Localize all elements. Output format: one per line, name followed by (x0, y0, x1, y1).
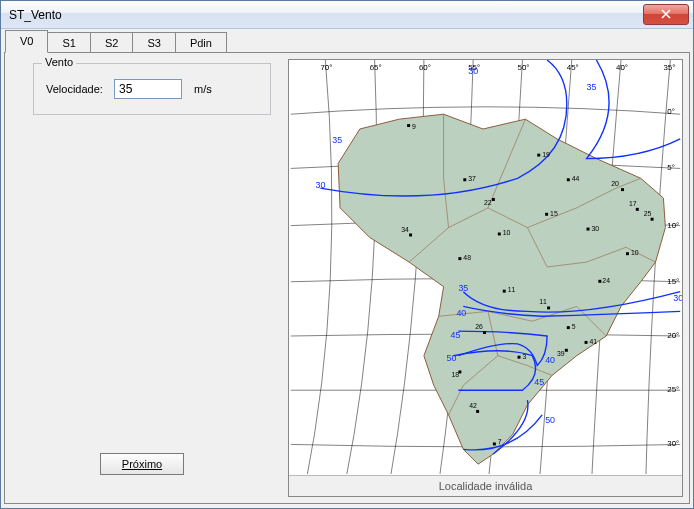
tab-strip: V0 S1 S2 S3 Pdin (1, 31, 693, 53)
svg-rect-16 (409, 233, 412, 236)
vento-groupbox: Vento Velocidade: m/s (33, 63, 271, 115)
lat-label: 10° (667, 221, 679, 230)
lat-label: 20° (667, 331, 679, 340)
svg-text:25: 25 (644, 210, 652, 217)
svg-text:26: 26 (475, 323, 483, 330)
svg-rect-20 (598, 280, 601, 283)
isoline-label: 30 (315, 180, 325, 190)
svg-text:34: 34 (401, 227, 409, 234)
isoline-label: 50 (447, 353, 457, 363)
svg-rect-28 (483, 331, 486, 334)
map-status-bar: Localidade inválida (289, 475, 682, 496)
close-button[interactable] (643, 4, 689, 25)
proximo-button[interactable]: Próximo (100, 453, 184, 475)
svg-text:11: 11 (539, 298, 547, 305)
lat-label: 25° (667, 385, 679, 394)
vento-group-title: Vento (42, 56, 76, 68)
svg-text:44: 44 (572, 175, 580, 182)
svg-rect-14 (458, 257, 461, 260)
svg-rect-46 (537, 154, 540, 157)
isoline-label: 35 (332, 135, 342, 145)
svg-rect-24 (547, 306, 550, 309)
svg-text:30: 30 (591, 225, 599, 232)
lon-label: 45° (567, 63, 579, 72)
svg-text:11: 11 (508, 286, 516, 293)
lon-label: 70° (320, 63, 332, 72)
velocidade-row: Velocidade: m/s (34, 64, 270, 99)
tab-v0[interactable]: V0 (5, 30, 48, 53)
tab-s1[interactable]: S1 (47, 32, 90, 53)
lat-label: 30° (667, 439, 679, 448)
isoline-label: 40 (456, 308, 466, 318)
isoline-label: 35 (587, 82, 597, 92)
svg-text:22: 22 (484, 199, 492, 206)
isoline-label: 30 (673, 294, 682, 304)
lon-label: 60° (419, 63, 431, 72)
lat-label: 15° (667, 277, 679, 286)
svg-text:17: 17 (629, 200, 637, 207)
window-title: ST_Vento (9, 8, 643, 22)
svg-rect-2 (492, 198, 495, 201)
isoline-label: 40 (545, 355, 555, 365)
brazil-isopleth-map-icon: 30 30 30 35 35 35 40 40 45 45 50 50 70° … (289, 60, 682, 474)
svg-rect-32 (476, 410, 479, 413)
close-icon (661, 9, 671, 21)
svg-text:15: 15 (550, 210, 558, 217)
velocidade-unit: m/s (194, 83, 212, 95)
svg-text:48: 48 (463, 254, 471, 261)
svg-rect-0 (407, 124, 410, 127)
svg-rect-12 (651, 218, 654, 221)
isoline-label: 45 (451, 330, 461, 340)
svg-rect-44 (567, 178, 570, 181)
lon-label: 35° (663, 63, 675, 72)
tab-s2[interactable]: S2 (90, 32, 133, 53)
svg-rect-4 (545, 213, 548, 216)
svg-text:7: 7 (498, 438, 502, 445)
svg-text:10: 10 (503, 229, 511, 236)
svg-rect-6 (587, 228, 590, 231)
svg-text:5: 5 (572, 323, 576, 330)
tab-s3[interactable]: S3 (132, 32, 175, 53)
tab-panel-v0: Vento Velocidade: m/s Próximo (4, 52, 690, 504)
svg-rect-26 (567, 326, 570, 329)
svg-text:39: 39 (557, 350, 565, 357)
svg-text:3: 3 (522, 353, 526, 360)
app-window: ST_Vento V0 S1 S2 S3 Pdin Vento Velocida… (0, 0, 694, 509)
svg-text:18: 18 (451, 371, 459, 378)
svg-rect-42 (463, 178, 466, 181)
velocidade-input[interactable] (114, 79, 182, 99)
svg-rect-8 (621, 188, 624, 191)
svg-rect-48 (498, 233, 501, 236)
svg-text:37: 37 (468, 175, 476, 182)
svg-text:20: 20 (611, 180, 619, 187)
svg-text:10: 10 (631, 249, 639, 256)
svg-text:41: 41 (589, 338, 597, 345)
svg-text:19: 19 (542, 151, 550, 158)
velocidade-label: Velocidade: (46, 83, 108, 95)
lon-label: 50° (518, 63, 530, 72)
map-status-text: Localidade inválida (439, 480, 533, 492)
lon-label: 55° (468, 63, 480, 72)
isoline-label: 50 (545, 415, 555, 425)
svg-rect-36 (585, 341, 588, 344)
isoline-label: 35 (458, 283, 468, 293)
lat-label: 5° (667, 163, 675, 172)
title-bar: ST_Vento (1, 1, 693, 29)
lon-label: 40° (616, 63, 628, 72)
svg-rect-38 (565, 349, 568, 352)
lat-label: 0° (667, 107, 675, 116)
svg-text:24: 24 (602, 277, 610, 284)
svg-rect-18 (626, 252, 629, 255)
svg-rect-22 (503, 290, 506, 293)
svg-text:42: 42 (469, 402, 477, 409)
svg-rect-10 (636, 208, 639, 211)
svg-rect-40 (518, 356, 521, 359)
tab-pdin[interactable]: Pdin (175, 32, 227, 53)
wind-map[interactable]: 30 30 30 35 35 35 40 40 45 45 50 50 70° … (288, 59, 683, 497)
lon-label: 65° (370, 63, 382, 72)
svg-rect-34 (493, 442, 496, 445)
svg-text:9: 9 (412, 123, 416, 130)
isoline-label: 45 (534, 377, 544, 387)
